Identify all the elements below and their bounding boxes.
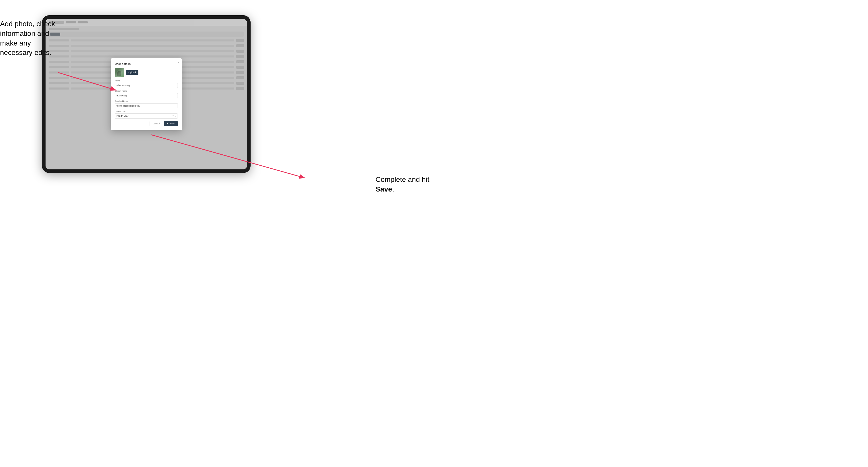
user-details-modal: User details × Upload Name [111,58,182,130]
school-year-label: School Year [115,110,178,113]
email-label: Email address [115,100,178,102]
name-label: Name [115,80,178,82]
display-name-field-group: Display name [115,90,178,98]
modal-title: User details [115,62,178,65]
school-year-input[interactable] [115,114,178,119]
app-background: User details × Upload Name [45,19,247,169]
email-field-group: Email address [115,100,178,108]
avatar-upload-row: Upload [115,68,178,77]
clear-icon[interactable]: × [173,115,174,117]
tablet-screen: User details × Upload Name [45,19,247,169]
name-input[interactable] [115,83,178,88]
annotation-right: Complete and hit Save. [375,175,431,194]
avatar-image [115,68,124,77]
save-button[interactable]: ⬆ Save [164,121,178,126]
modal-overlay: User details × Upload Name [45,19,247,169]
cancel-button[interactable]: Cancel [150,121,162,126]
close-icon[interactable]: × [178,61,179,64]
name-field-group: Name [115,80,178,88]
save-icon: ⬆ [167,122,169,125]
school-year-select-wrapper: × ⌄ [115,113,178,119]
email-input[interactable] [115,103,178,108]
upload-button[interactable]: Upload [126,70,138,75]
modal-footer: Cancel ⬆ Save [115,121,178,126]
avatar [115,68,124,77]
tablet-device: User details × Upload Name [42,15,251,173]
display-name-label: Display name [115,90,178,92]
annotation-left: Add photo, check information and make an… [0,19,59,58]
save-button-label: Save [170,122,175,125]
school-year-field-group: School Year × ⌄ [115,110,178,119]
display-name-input[interactable] [115,93,178,98]
chevron-down-icon[interactable]: ⌄ [175,115,177,117]
